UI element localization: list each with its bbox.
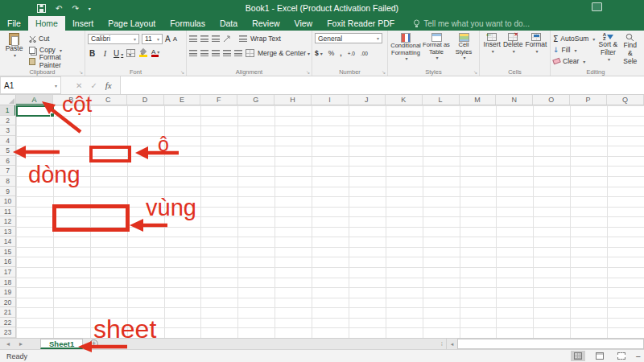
column-header-i[interactable]: I	[312, 95, 349, 105]
row-header-11[interactable]: 11	[0, 207, 15, 217]
number-dialog-launcher-icon[interactable]: ↘	[382, 69, 386, 75]
row-header-3[interactable]: 3	[0, 125, 15, 136]
row-header-19[interactable]: 19	[0, 287, 15, 298]
italic-button[interactable]: I	[101, 49, 109, 58]
format-as-table-button[interactable]: Format as Table	[423, 33, 450, 67]
styles-dialog-launcher-icon[interactable]: ↘	[473, 69, 477, 75]
increase-decimal-icon[interactable]: +.0	[348, 51, 355, 56]
scroll-left-icon[interactable]: ◂	[446, 339, 457, 349]
row-header-15[interactable]: 15	[0, 247, 15, 257]
column-header-k[interactable]: K	[386, 95, 423, 105]
tab-page-layout[interactable]: Page Layout	[101, 16, 163, 31]
number-format-select[interactable]: General▾	[315, 33, 382, 43]
row-header-21[interactable]: 21	[0, 307, 15, 318]
align-top-icon[interactable]	[189, 35, 197, 42]
column-header-d[interactable]: D	[127, 95, 164, 105]
row-header-17[interactable]: 17	[0, 267, 15, 278]
column-header-a[interactable]: A	[16, 95, 53, 105]
column-header-p[interactable]: P	[570, 95, 607, 105]
selected-cell-a1[interactable]	[16, 105, 54, 117]
row-header-22[interactable]: 22	[0, 318, 15, 328]
horizontal-scrollbar-thumb[interactable]	[457, 339, 644, 349]
cancel-icon[interactable]: ✕	[76, 81, 82, 90]
column-header-l[interactable]: L	[423, 95, 460, 105]
font-color-icon[interactable]: A	[151, 49, 159, 57]
name-box-dropdown-icon[interactable]: ▾	[55, 83, 57, 88]
font-name-select[interactable]: Calibri▾	[88, 34, 139, 44]
paste-button[interactable]: Paste	[2, 33, 26, 67]
prev-sheet-icon[interactable]: ◂	[6, 340, 10, 348]
alignment-dialog-launcher-icon[interactable]: ↘	[306, 69, 310, 75]
tab-formulas[interactable]: Formulas	[163, 16, 213, 31]
select-all-corner[interactable]	[0, 95, 16, 105]
column-header-g[interactable]: G	[237, 95, 275, 105]
row-header-12[interactable]: 12	[0, 216, 15, 227]
row-header-2[interactable]: 2	[0, 116, 15, 126]
formula-input[interactable]	[121, 76, 644, 94]
tell-me-box[interactable]: Tell me what you want to do...	[413, 16, 530, 31]
cell-styles-button[interactable]: Cell Styles	[452, 33, 476, 67]
clipboard-dialog-launcher-icon[interactable]: ↘	[79, 69, 83, 75]
row-header-4[interactable]: 4	[0, 136, 15, 146]
align-center-icon[interactable]	[200, 50, 208, 56]
ribbon-display-options-icon[interactable]	[592, 2, 602, 11]
delete-cells-button[interactable]: Delete	[503, 33, 523, 67]
font-dialog-launcher-icon[interactable]: ↘	[180, 69, 184, 75]
align-middle-icon[interactable]	[200, 35, 208, 42]
column-header-h[interactable]: H	[275, 95, 312, 105]
merge-center-button[interactable]: Merge & Center	[258, 49, 310, 57]
row-header-1[interactable]: 1	[0, 105, 15, 116]
name-box[interactable]: A1 ▾	[0, 76, 61, 94]
page-layout-view-button[interactable]	[592, 351, 607, 361]
conditional-formatting-button[interactable]: Conditional Formatting	[390, 33, 421, 67]
format-painter-button[interactable]: Format Painter	[29, 56, 83, 67]
clear-button[interactable]: Clear	[553, 56, 595, 67]
borders-icon[interactable]	[126, 49, 135, 57]
font-size-select[interactable]: 11▾	[142, 34, 163, 44]
column-header-o[interactable]: O	[533, 95, 570, 105]
cut-button[interactable]: Cut	[29, 33, 83, 44]
column-header-j[interactable]: J	[349, 95, 386, 105]
align-right-icon[interactable]	[212, 50, 220, 56]
page-break-view-button[interactable]	[614, 351, 629, 361]
decrease-decimal-icon[interactable]: .00	[361, 51, 368, 56]
tab-insert[interactable]: Insert	[65, 16, 101, 31]
tab-data[interactable]: Data	[213, 16, 245, 31]
wrap-text-button[interactable]: Wrap Text	[250, 35, 281, 43]
tab-file[interactable]: File	[0, 16, 28, 31]
column-header-m[interactable]: M	[460, 95, 497, 105]
column-header-e[interactable]: E	[164, 95, 201, 105]
row-header-20[interactable]: 20	[0, 298, 15, 308]
bold-button[interactable]: B	[88, 49, 97, 58]
row-header-6[interactable]: 6	[0, 156, 15, 167]
column-header-n[interactable]: N	[496, 95, 533, 105]
insert-cells-button[interactable]: Insert	[484, 33, 501, 67]
row-header-14[interactable]: 14	[0, 237, 15, 247]
row-header-18[interactable]: 18	[0, 278, 15, 288]
sheet-tab-sheet1[interactable]: Sheet1	[40, 339, 83, 349]
increase-indent-icon[interactable]	[234, 50, 242, 56]
normal-view-button[interactable]	[571, 351, 585, 361]
align-bottom-icon[interactable]	[212, 35, 220, 42]
row-header-7[interactable]: 7	[0, 166, 15, 176]
format-cells-button[interactable]: Format	[525, 33, 547, 67]
fill-color-icon[interactable]	[139, 49, 147, 57]
tab-review[interactable]: Review	[245, 16, 287, 31]
shrink-font-button[interactable]: A	[173, 35, 177, 43]
insert-function-icon[interactable]: fx	[105, 80, 112, 90]
currency-format-button[interactable]: $	[315, 49, 323, 57]
row-header-13[interactable]: 13	[0, 227, 15, 237]
tab-view[interactable]: View	[287, 16, 320, 31]
grow-font-button[interactable]: A	[165, 35, 171, 43]
save-icon[interactable]	[37, 4, 46, 13]
row-header-23[interactable]: 23	[0, 327, 15, 338]
fill-button[interactable]: ↓ Fill	[553, 44, 595, 56]
row-header-9[interactable]: 9	[0, 187, 15, 197]
percent-format-button[interactable]: %	[328, 49, 335, 57]
find-select-button[interactable]: Find & Sele	[621, 33, 639, 67]
tab-home[interactable]: Home	[28, 16, 65, 31]
underline-button[interactable]: U	[114, 49, 122, 58]
comma-format-button[interactable]: ,	[340, 49, 341, 57]
orientation-icon[interactable]	[223, 35, 231, 43]
row-header-5[interactable]: 5	[0, 146, 15, 156]
